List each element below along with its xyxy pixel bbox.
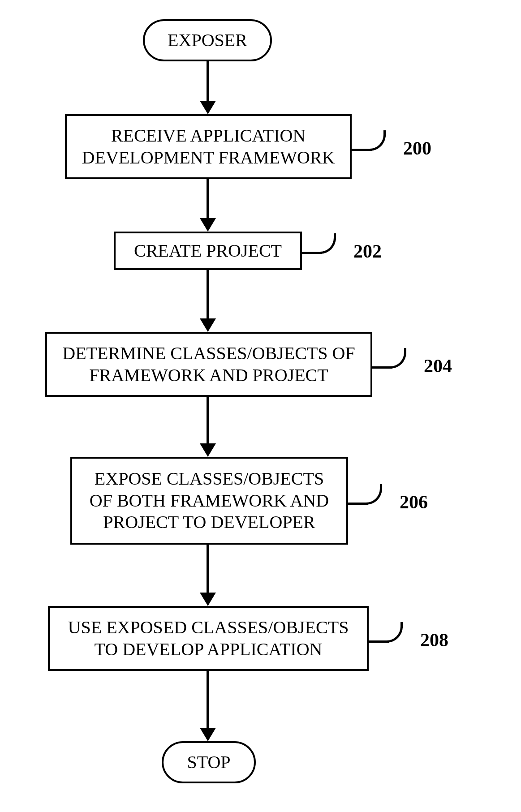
process-202-line1: CREATE PROJECT: [134, 240, 282, 262]
stop-label: STOP: [187, 752, 230, 773]
process-206-line1: EXPOSE CLASSES/OBJECTS: [95, 468, 324, 489]
callout-208-cap: [400, 622, 403, 628]
callout-204-h: [372, 366, 392, 369]
arrow-200-202-head: [200, 218, 216, 232]
process-204-line2: FRAMEWORK AND PROJECT: [89, 365, 328, 385]
callout-200-h: [352, 149, 372, 151]
arrow-start-200-line: [207, 61, 209, 102]
arrow-202-204-head: [200, 318, 216, 332]
process-208: USE EXPOSED CLASSES/OBJECTS TO DEVELOP A…: [48, 606, 369, 671]
process-200-line1: RECEIVE APPLICATION: [111, 125, 306, 146]
callout-200-cap: [383, 130, 386, 137]
process-206-line2: OF BOTH FRAMEWORK AND: [90, 490, 329, 511]
process-202: CREATE PROJECT: [114, 232, 302, 270]
start-label: EXPOSER: [168, 30, 247, 52]
callout-206-h: [348, 503, 368, 505]
callout-202-h: [302, 252, 322, 254]
callout-208-curve: [387, 627, 403, 643]
arrow-start-200-head: [200, 101, 216, 114]
process-208-line2: TO DEVELOP APPLICATION: [95, 639, 323, 659]
start-terminator: EXPOSER: [143, 19, 272, 61]
callout-202-curve: [320, 238, 336, 254]
process-204-line1: DETERMINE CLASSES/OBJECTS OF: [62, 343, 355, 363]
ref-200: 200: [403, 137, 431, 159]
arrow-206-208-line: [207, 545, 209, 594]
arrow-204-206-line: [207, 397, 209, 445]
arrow-208-stop-head: [200, 728, 216, 741]
callout-200-curve: [370, 135, 386, 151]
ref-202: 202: [353, 241, 382, 262]
process-208-line1: USE EXPOSED CLASSES/OBJECTS: [68, 617, 349, 637]
callout-206-cap: [380, 484, 382, 490]
ref-208: 208: [420, 629, 448, 651]
ref-204: 204: [424, 355, 452, 377]
process-200-line2: DEVELOPMENT FRAMEWORK: [82, 147, 335, 168]
callout-204-cap: [404, 348, 406, 354]
arrow-200-202-line: [207, 179, 209, 219]
callout-206-curve: [366, 489, 382, 505]
process-206-line3: PROJECT TO DEVELOPER: [103, 512, 315, 532]
ref-206: 206: [400, 491, 428, 513]
callout-202-cap: [334, 233, 336, 240]
stop-terminator: STOP: [162, 741, 256, 783]
process-200: RECEIVE APPLICATION DEVELOPMENT FRAMEWOR…: [65, 114, 352, 179]
callout-208-h: [369, 640, 389, 643]
process-206: EXPOSE CLASSES/OBJECTS OF BOTH FRAMEWORK…: [70, 457, 348, 545]
arrow-202-204-line: [207, 270, 209, 320]
arrow-206-208-head: [200, 593, 216, 606]
arrow-204-206-head: [200, 443, 216, 457]
arrow-208-stop-line: [207, 671, 209, 729]
process-204: DETERMINE CLASSES/OBJECTS OF FRAMEWORK A…: [45, 332, 372, 397]
callout-204-curve: [390, 352, 406, 369]
